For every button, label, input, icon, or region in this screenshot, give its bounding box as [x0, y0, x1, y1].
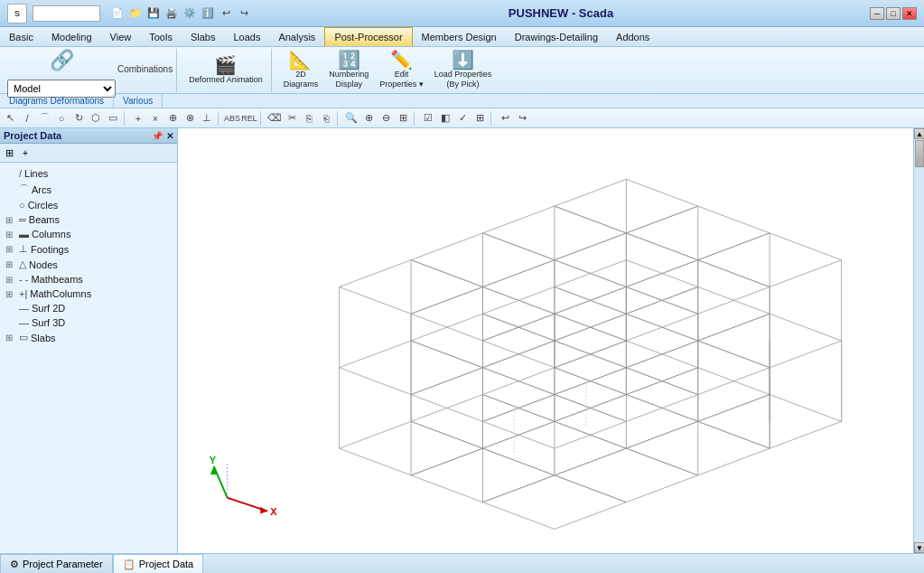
grid-icon[interactable]: ⊞ [471, 110, 488, 127]
tree-item-circles[interactable]: ○ Circles [2, 198, 175, 212]
snap-icon[interactable]: + [130, 110, 146, 127]
expand-footings: ⊞ [5, 244, 16, 254]
save-icon[interactable]: 💾 [145, 5, 162, 22]
bottom-bar: ⚙ Project Parameter 📋 Project Data [0, 553, 924, 573]
edit-props-button[interactable]: ✏️ EditProperties ▾ [375, 51, 428, 90]
menu-membersdesign[interactable]: Members Design [413, 27, 506, 46]
print-icon[interactable]: 🖨️ [163, 5, 180, 22]
menu-tools[interactable]: Tools [140, 27, 182, 46]
tab-project-data[interactable]: 📋 Project Data [113, 554, 204, 573]
scroll-down-button[interactable]: ▼ [914, 542, 924, 553]
combinations-label: Combinations [117, 64, 173, 74]
panel-close-icon[interactable]: ✕ [166, 131, 173, 141]
open-icon[interactable]: 📁 [127, 5, 144, 22]
rect-icon[interactable]: ▭ [105, 110, 121, 127]
beams-icon: ═ [19, 214, 26, 225]
edit-props-label: EditProperties ▾ [379, 70, 424, 89]
combinations-icon: 🔗 [50, 49, 74, 72]
deformed-animation-button[interactable]: 🎬 Deformed Animation [184, 51, 267, 90]
cursor-icon[interactable]: ↖ [2, 110, 18, 127]
new-icon[interactable]: 📄 [109, 5, 126, 22]
eraser-icon[interactable]: ⌫ [266, 110, 283, 127]
menu-postprocessor[interactable]: Post-Processor [324, 27, 412, 46]
fill-icon[interactable]: ◧ [437, 110, 453, 127]
perp-snap-icon[interactable]: ⊥ [199, 110, 215, 127]
circle-icon[interactable]: ○ [53, 110, 70, 127]
int-snap-icon[interactable]: ⊗ [182, 110, 198, 127]
draw-line-icon[interactable]: / [19, 110, 35, 127]
sep1 [124, 111, 127, 126]
tab-project-parameter[interactable]: ⚙ Project Parameter [0, 554, 113, 573]
deformed-group: 🎬 Deformed Animation [181, 49, 272, 91]
minimize-button[interactable]: ─ [870, 7, 884, 20]
menu-addons[interactable]: Addons [607, 27, 658, 46]
magnify-icon[interactable]: 🔍 [343, 110, 359, 127]
undo-icon[interactable]: ↩ [218, 5, 234, 22]
menu-drawings[interactable]: Drawings-Detailing [506, 27, 607, 46]
rel-icon[interactable]: REL [241, 110, 257, 127]
scroll-up-button[interactable]: ▲ [914, 128, 924, 139]
redo-icon[interactable]: ↪ [236, 5, 252, 22]
tree-item-beams[interactable]: ⊞ ═ Beams [2, 212, 175, 227]
undo2-icon[interactable]: ↩ [497, 110, 513, 127]
surf3d-icon: — [19, 317, 29, 328]
menu-loads[interactable]: Loads [224, 27, 269, 46]
menu-slabs[interactable]: Slabs [182, 27, 225, 46]
tree-item-footings[interactable]: ⊞ ⊥ Footings [2, 241, 175, 257]
surf2d-icon: — [19, 303, 29, 314]
check2-icon[interactable]: ✓ [454, 110, 471, 127]
data-tab-label: Project Data [139, 559, 194, 569]
tree-item-surf2d[interactable]: — Surf 2D [2, 301, 175, 315]
checkmark-icon[interactable]: ☑ [420, 110, 436, 127]
numbering-button[interactable]: 🔢 NumberingDisplay [324, 51, 373, 90]
expand-mathbeams: ⊞ [5, 275, 16, 285]
numbering-label: NumberingDisplay [329, 70, 369, 89]
abs-icon[interactable]: ABS [224, 110, 240, 127]
maximize-button[interactable]: □ [886, 7, 901, 20]
tree-item-nodes[interactable]: ⊞ △ Nodes [2, 257, 175, 272]
panel-pin-icon[interactable]: 📌 [152, 131, 163, 141]
redo2-icon[interactable]: ↪ [514, 110, 530, 127]
tree-label-slabs: Slabs [31, 333, 56, 343]
copy-icon[interactable]: ⎘ [301, 110, 317, 127]
settings-icon[interactable]: ⚙️ [182, 5, 198, 22]
rotate-icon[interactable]: ↻ [70, 110, 87, 127]
columns-icon: ▬ [19, 229, 29, 240]
tree-item-lines[interactable]: / Lines [2, 166, 175, 181]
slabs-icon: ▭ [19, 332, 28, 343]
polygon-icon[interactable]: ⬡ [88, 110, 104, 127]
panel-add[interactable]: + [18, 146, 33, 160]
tree-item-mathbeams[interactable]: ⊞ - - Mathbeams [2, 272, 175, 286]
panel-expand-all[interactable]: ⊞ [2, 146, 16, 160]
tree-label-arcs: Arcs [32, 184, 51, 195]
tree-item-slabs[interactable]: ⊞ ▭ Slabs [2, 330, 175, 345]
tree-item-mathcolumns[interactable]: ⊞ +| MathColumns [2, 286, 175, 301]
scroll-thumb[interactable] [915, 140, 924, 167]
fit-icon[interactable]: ⊞ [395, 110, 411, 127]
sep4 [337, 111, 341, 126]
tree-item-surf3d[interactable]: — Surf 3D [2, 315, 175, 330]
tree-item-columns[interactable]: ⊞ ▬ Columns [2, 227, 175, 241]
info-icon[interactable]: ℹ️ [200, 5, 216, 22]
close-button[interactable]: ✕ [902, 7, 917, 20]
node-snap-icon[interactable]: × [147, 110, 163, 127]
cut-icon[interactable]: ✂ [284, 110, 300, 127]
menu-analysis[interactable]: Analysis [269, 27, 324, 46]
canvas-area[interactable]: Y X [178, 128, 913, 553]
tree-label-lines: Lines [24, 168, 48, 179]
zoomout-icon[interactable]: ⊖ [378, 110, 394, 127]
combinations-button[interactable]: 🔗 [43, 43, 80, 78]
diagrams2d-button[interactable]: 📐 2DDiagrams [279, 51, 323, 90]
expand-beams: ⊞ [5, 215, 16, 225]
load-props-button[interactable]: ⬇️ Load Properties(By Pick) [430, 51, 497, 90]
paste-icon[interactable]: ⎗ [318, 110, 334, 127]
tree-item-arcs[interactable]: ⌒ Arcs [2, 181, 175, 198]
param-tab-label: Project Parameter [23, 559, 103, 569]
panel-header: Project Data 📌 ✕ [0, 128, 177, 144]
sep5 [414, 111, 417, 126]
zoomin-icon[interactable]: ⊕ [360, 110, 377, 127]
tree-label-nodes: Nodes [29, 259, 58, 270]
zoom-input[interactable]: 1-300.00 [33, 5, 100, 22]
draw-arc-icon[interactable]: ⌒ [36, 110, 52, 127]
mid-snap-icon[interactable]: ⊕ [164, 110, 181, 127]
